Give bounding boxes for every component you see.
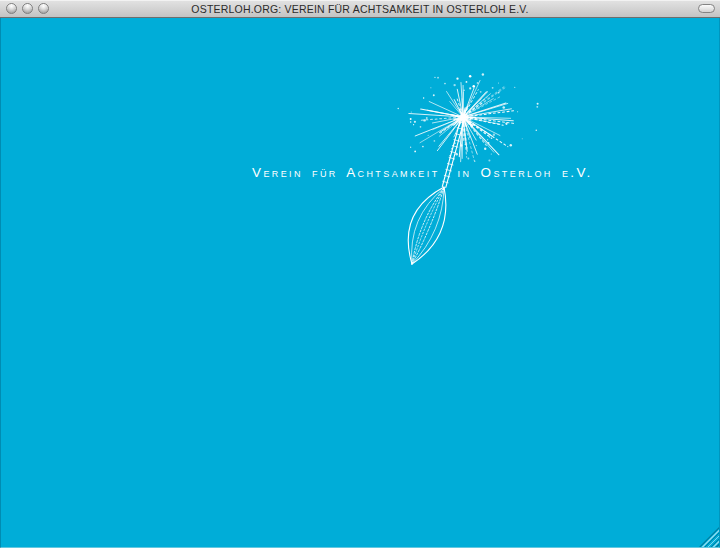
dandelion-seedpod-icon xyxy=(408,187,446,264)
window-titlebar[interactable]: OSTERLOH.ORG: VEREIN FÜR ACHTSAMKEIT IN … xyxy=(0,0,720,18)
resize-grip[interactable] xyxy=(699,527,719,547)
heading-part1: Verein für Achtsamkeit xyxy=(252,166,440,180)
dandelion-pappus-icon xyxy=(397,73,538,162)
page-content: Verein für Achtsamkeit in Osterloh e.V. xyxy=(0,18,720,548)
toolbar-toggle-icon[interactable] xyxy=(698,4,715,13)
dandelion-illustration xyxy=(0,18,720,548)
window-title: OSTERLOH.ORG: VEREIN FÜR ACHTSAMKEIT IN … xyxy=(0,2,720,16)
browser-window: OSTERLOH.ORG: VEREIN FÜR ACHTSAMKEIT IN … xyxy=(0,0,720,548)
heading-part2: in Osterloh e.V. xyxy=(458,166,593,180)
page-heading: Verein für Achtsamkeit in Osterloh e.V. xyxy=(252,166,593,180)
